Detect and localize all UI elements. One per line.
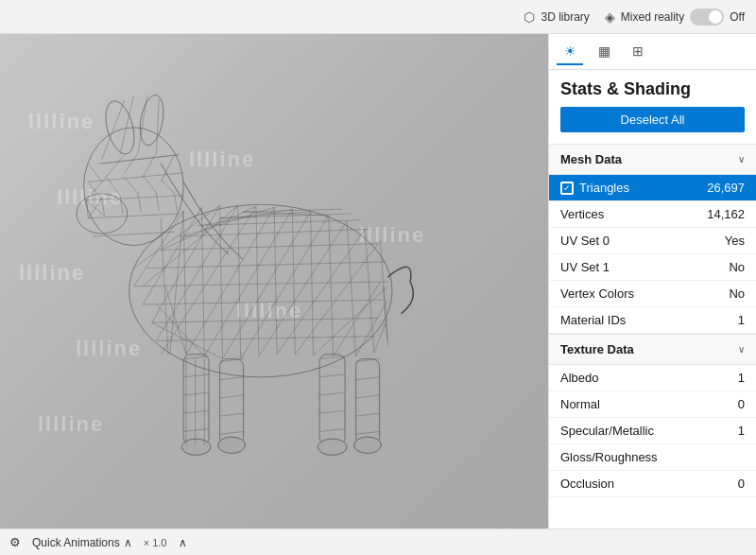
svg-line-111 [356,358,380,361]
quick-animations-item[interactable]: Quick Animations ∧ [32,536,132,549]
svg-rect-8 [356,358,380,444]
svg-line-85 [86,199,88,217]
svg-line-101 [220,358,244,361]
svg-line-112 [356,376,380,379]
svg-line-83 [143,175,156,192]
svg-line-75 [102,154,125,182]
cube-icon: ⬡ [524,9,535,25]
svg-line-105 [220,431,244,434]
row-label: Normal [560,397,600,411]
svg-line-103 [220,395,244,398]
svg-line-50 [143,205,238,286]
svg-line-113 [356,395,380,398]
texture-data-section-header[interactable]: Texture Data ∨ [549,334,756,365]
svg-line-42 [204,209,292,356]
table-row[interactable]: ✓ Triangles 26,697 [549,175,756,201]
svg-line-80 [88,182,101,199]
svg-line-88 [138,193,141,211]
svg-line-27 [238,205,241,358]
svg-line-36 [133,211,183,286]
svg-line-78 [161,154,174,182]
main-area: lllline lllline lllline lllline lllline … [0,34,756,529]
texture-data-label: Texture Data [560,342,634,356]
tab-sun[interactable]: ☀ [557,39,583,65]
row-left: ✓ Triangles [560,181,629,195]
chevron-down-icon: ∧ [124,536,132,549]
svg-line-93 [183,356,209,358]
svg-line-58 [156,304,204,356]
svg-line-23 [161,217,168,354]
row-value: 14,162 [707,207,745,221]
row-label: UV Set 0 [560,234,610,248]
row-label: UV Set 1 [560,260,610,274]
row-label: Occlusion [560,477,614,491]
row-value: 0 [738,397,745,411]
viewport[interactable]: lllline lllline lllline lllline lllline … [0,34,548,529]
deselect-all-button[interactable]: Deselect All [560,107,745,132]
svg-line-40 [161,206,256,354]
library-item[interactable]: ⬡ 3D library [524,9,589,25]
mixed-reality-item[interactable]: ◈ Mixed reality Off [605,9,745,26]
mesh-chevron-icon: ∨ [738,154,745,165]
svg-rect-7 [319,354,345,444]
svg-line-33 [347,220,356,356]
svg-line-61 [356,300,388,356]
svg-line-82 [125,177,138,193]
svg-line-47 [295,240,380,354]
table-row: UV Set 0 Yes [549,228,756,254]
row-value: Yes [725,234,745,248]
svg-line-48 [313,286,387,355]
statusbar: ⚙ Quick Animations ∧ × 1.0 ∧ [0,529,756,555]
tab-grid[interactable]: ⊞ [625,39,651,65]
table-row: Specular/Metallic 1 [549,418,756,444]
svg-line-62 [374,318,387,352]
row-value: 26,697 [707,181,745,195]
svg-line-81 [107,177,120,195]
row-value: 0 [738,477,745,491]
table-row: Material IDs 1 [549,307,756,334]
multiplier-label: × 1.0 [144,537,167,548]
svg-line-31 [311,212,314,356]
row-label: Vertices [560,207,604,221]
svg-line-96 [183,410,209,413]
library-label: 3D library [541,10,589,24]
row-label: Triangles [579,181,629,195]
svg-line-115 [356,431,380,434]
table-row: Vertex Colors No [549,281,756,307]
svg-line-21 [220,214,352,218]
svg-line-68 [93,232,174,236]
toggle-knob [709,10,722,24]
panel-toolbar: ☀ ▦ ⊞ [549,34,756,70]
svg-line-73 [102,154,180,164]
checkbox-icon: ✓ [560,182,574,195]
svg-line-43 [222,212,310,359]
table-row: Gloss/Roughness [549,444,756,471]
table-row: Normal 0 [549,391,756,418]
svg-line-20 [198,219,361,225]
row-value: No [729,286,745,301]
svg-rect-6 [220,358,244,444]
svg-point-10 [218,437,246,453]
svg-line-86 [102,198,105,216]
row-label: Albedo [560,371,598,385]
svg-line-110 [319,428,345,431]
svg-line-106 [319,356,345,358]
svg-line-94 [183,373,209,376]
mesh-data-section-header[interactable]: Mesh Data ∨ [549,144,756,175]
row-label: Vertex Colors [560,286,634,301]
svg-line-24 [183,211,186,355]
svg-line-72 [156,98,159,153]
svg-line-28 [256,206,259,356]
svg-line-37 [143,207,201,304]
svg-point-0 [129,204,392,376]
svg-line-71 [138,95,147,152]
row-value: 1 [738,313,745,327]
expand-icon: ∧ [179,536,187,549]
tab-chart[interactable]: ▦ [591,39,617,65]
row-label: Specular/Metallic [560,424,654,438]
svg-line-49 [133,205,219,268]
mr-toggle[interactable] [690,9,724,26]
panel-content: Stats & Shading Deselect All Mesh Data ∨… [549,70,756,529]
right-panel: ☀ ▦ ⊞ Stats & Shading Deselect All Mesh … [548,34,756,529]
svg-line-74 [88,164,101,182]
